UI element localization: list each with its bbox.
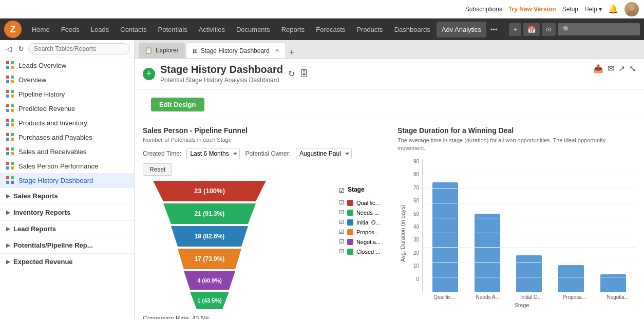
svg-text:23 (100%): 23 (100%)	[194, 187, 225, 195]
sidebar-section-expected-revenue[interactable]: ▶ Expected Revenue	[0, 253, 134, 270]
dashboard-save-btn[interactable]: 🗄	[300, 69, 308, 79]
y-tick: 10	[413, 263, 419, 269]
subscriptions-link[interactable]: Subscriptions	[465, 6, 502, 13]
bar-qualific[interactable]	[428, 182, 463, 292]
sidebar-item-leads-overview[interactable]: Leads Overview	[0, 58, 134, 72]
nav-feeds[interactable]: Feeds	[56, 22, 85, 37]
bar-initial-rect	[516, 255, 542, 292]
sidebar-section-lead-reports[interactable]: ▶ Lead Reports	[0, 220, 134, 237]
nav-search-input[interactable]	[558, 23, 640, 35]
created-time-select[interactable]: Last 6 Months Last 3 Months Last Year	[186, 148, 240, 159]
nav-potentials[interactable]: Potentials	[153, 22, 193, 37]
legend-check-icon: ☑	[339, 248, 344, 255]
dashboard-export-btn[interactable]: 📤	[593, 64, 603, 73]
nav-calendar-btn[interactable]: 📅	[523, 23, 540, 36]
top-bar: Subscriptions Try New Version Setup Help…	[0, 0, 644, 18]
sidebar-item-pipeline-history[interactable]: Pipeline History	[0, 87, 134, 101]
funnel-conversion-rate: Conversion Rate: 43.5%	[143, 315, 331, 319]
sidebar-item-sales-person-performance[interactable]: Sales Person Performance	[0, 159, 134, 173]
try-new-version-link[interactable]: Try New Version	[508, 6, 556, 13]
legend-item-propos[interactable]: ☑ Propos...	[339, 229, 381, 235]
legend-item-closed[interactable]: ☑ Closed ...	[339, 248, 381, 255]
sidebar-refresh-btn[interactable]: ↻	[16, 44, 26, 54]
sidebar-item-label: Stage History Dashboard	[18, 177, 93, 184]
nav-adv-analytics[interactable]: Adv Analytics	[437, 22, 486, 37]
legend-check-icon: ☑	[339, 229, 344, 235]
legend-check-icon: ☑	[339, 219, 344, 226]
nav-leads[interactable]: Leads	[86, 22, 114, 37]
reset-btn[interactable]: Reset	[143, 163, 172, 176]
notification-bell-icon[interactable]: 🔔	[608, 4, 618, 14]
dashboard-body: Sales Person - Pipeline Funnel Number of…	[135, 120, 644, 319]
bar-proposa[interactable]	[554, 265, 589, 291]
dashboard-add-btn[interactable]: +	[143, 68, 155, 80]
sidebar-collapse-btn[interactable]: ◁	[4, 44, 14, 54]
nav-email-btn[interactable]: ✉	[542, 23, 556, 36]
user-avatar[interactable]	[624, 2, 639, 16]
sidebar-section-inventory-reports[interactable]: ▶ Inventory Reports	[0, 204, 134, 220]
dashboard-fullscreen-btn[interactable]: ⤡	[629, 64, 636, 73]
nav-activities[interactable]: Activities	[194, 22, 230, 37]
svg-text:19 (82.6%): 19 (82.6%)	[195, 233, 225, 240]
leads-overview-icon	[6, 61, 14, 69]
predicted-revenue-icon	[6, 104, 14, 112]
sidebar-section-potentials-pipeline[interactable]: ▶ Potentials/Pipeline Rep...	[0, 237, 134, 253]
sidebar-section-label: Lead Reports	[13, 225, 56, 233]
dashboard-subtitle: Potential Stage History Analysis Dashboa…	[160, 77, 283, 84]
legend-item-negotia[interactable]: ☑ Negotia...	[339, 238, 381, 245]
sidebar-item-stage-history[interactable]: Stage History Dashboard	[0, 173, 134, 187]
legend-color-needs	[347, 210, 353, 216]
sidebar-search-input[interactable]	[28, 43, 130, 54]
legend-label: Needs ...	[356, 210, 379, 216]
nav-reports[interactable]: Reports	[276, 22, 310, 37]
sidebar-item-purchases-payables[interactable]: Purchases and Payables	[0, 130, 134, 144]
chart-with-yaxis: Avg. Duration (in days) 90 80 70 60 50 4…	[397, 159, 636, 308]
legend-color-propos	[347, 229, 353, 235]
nav-more-icon[interactable]: •••	[487, 22, 501, 37]
tab-close-icon[interactable]: ✕	[275, 47, 279, 54]
sidebar-item-sales-receivables[interactable]: Sales and Receivables	[0, 144, 134, 159]
x-label-initial: Initial O...	[513, 294, 549, 300]
edit-design-btn[interactable]: Edit Design	[151, 98, 204, 111]
sidebar-item-overview[interactable]: Overview	[0, 72, 134, 87]
dashboard-email-btn[interactable]: ✉	[608, 64, 614, 73]
nav-add-btn[interactable]: +	[509, 23, 521, 36]
sidebar-item-products-inventory[interactable]: Products and Inventory	[0, 116, 134, 130]
main-container: ◁ ↻ Leads Overview Overview Pipeline	[0, 40, 644, 319]
legend-item-initial[interactable]: ☑ Initial O...	[339, 219, 381, 226]
potential-owner-select[interactable]: Augustine Paul	[296, 148, 352, 159]
tab-explorer[interactable]: 📋 Explorer	[139, 43, 185, 58]
sidebar-item-label: Leads Overview	[18, 62, 66, 69]
x-label-qualific: Qualific...	[426, 294, 462, 300]
overview-icon	[6, 76, 14, 84]
sidebar-section-sales-reports[interactable]: ▶ Sales Reports	[0, 187, 134, 204]
dashboard-share-btn[interactable]: ↗	[618, 64, 625, 73]
setup-link[interactable]: Setup	[562, 6, 578, 13]
app-logo[interactable]: Z	[4, 21, 22, 38]
legend-item-qualific[interactable]: ☑ Qualific...	[339, 199, 381, 206]
nav-dashboards[interactable]: Dashboards	[389, 22, 435, 37]
chevron-right-icon: ▶	[6, 242, 10, 248]
y-tick: 20	[413, 250, 419, 256]
sidebar: ◁ ↻ Leads Overview Overview Pipeline	[0, 40, 135, 319]
stage-history-icon	[6, 176, 14, 184]
sidebar-item-label: Purchases and Payables	[18, 134, 92, 141]
nav-documents[interactable]: Documents	[231, 22, 275, 37]
chevron-right-icon: ▶	[6, 210, 10, 215]
nav-contacts[interactable]: Contacts	[115, 22, 151, 37]
tab-add-btn[interactable]: +	[287, 47, 297, 58]
nav-products[interactable]: Products	[351, 22, 388, 37]
bar-needs[interactable]	[470, 214, 505, 292]
help-dropdown[interactable]: Help ▾	[584, 6, 602, 13]
bar-negotia[interactable]	[596, 274, 631, 292]
legend-color-initial	[347, 219, 353, 226]
sidebar-item-predicted-revenue[interactable]: Predicted Revenue	[0, 101, 134, 116]
dashboard-refresh-btn[interactable]: ↻	[288, 69, 295, 79]
bar-initial[interactable]	[512, 255, 547, 292]
tab-stage-history[interactable]: ⊞ Stage History Dashboard ✕	[186, 43, 286, 58]
nav-forecasts[interactable]: Forecasts	[311, 22, 350, 37]
chevron-right-icon: ▶	[6, 193, 10, 199]
legend-item-needs[interactable]: ☑ Needs ...	[339, 209, 381, 216]
nav-home[interactable]: Home	[27, 22, 55, 37]
legend-label: Initial O...	[356, 219, 380, 226]
